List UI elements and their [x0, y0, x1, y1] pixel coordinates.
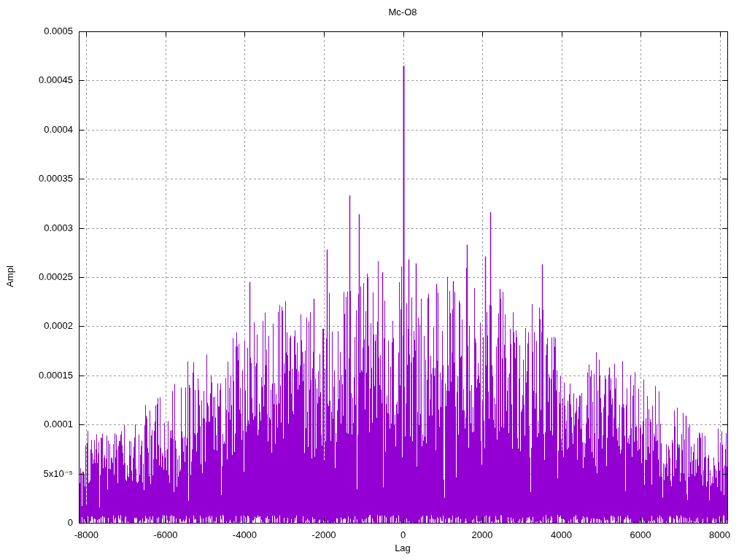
y-tick-label: 0.0001: [0, 419, 73, 430]
correlogram-figure: Mc-O8 Ampl Lag 05x10⁻⁵0.00010.000150.000…: [0, 0, 747, 560]
x-tick-label: 8000: [687, 529, 747, 541]
chart-title: Mc-O8: [293, 6, 512, 19]
y-tick-label: 0.00015: [0, 370, 73, 381]
y-tick-label: 0: [0, 517, 73, 529]
x-tick-label: -4000: [212, 529, 277, 541]
y-tick-label: 0.00025: [0, 271, 73, 283]
x-tick-label: -2000: [291, 529, 357, 541]
y-tick-label: 0.00045: [0, 74, 73, 86]
y-tick-label: 5x10⁻⁵: [0, 468, 73, 480]
x-axis-label: Lag: [381, 542, 425, 554]
y-tick-label: 0.0002: [0, 320, 73, 332]
y-tick-label: 0.0005: [0, 26, 73, 37]
x-tick-label: -6000: [133, 529, 198, 541]
x-tick-label: 6000: [608, 529, 673, 541]
y-tick-label: 0.0003: [0, 222, 73, 234]
x-tick-label: 2000: [449, 529, 515, 541]
x-tick-label: 4000: [529, 529, 595, 541]
y-tick-label: 0.0004: [0, 124, 73, 136]
correlogram-plot-canvas: [0, 0, 747, 560]
x-tick-label: -8000: [53, 529, 119, 541]
y-tick-label: 0.00035: [0, 173, 73, 184]
x-tick-label: 0: [371, 529, 436, 541]
